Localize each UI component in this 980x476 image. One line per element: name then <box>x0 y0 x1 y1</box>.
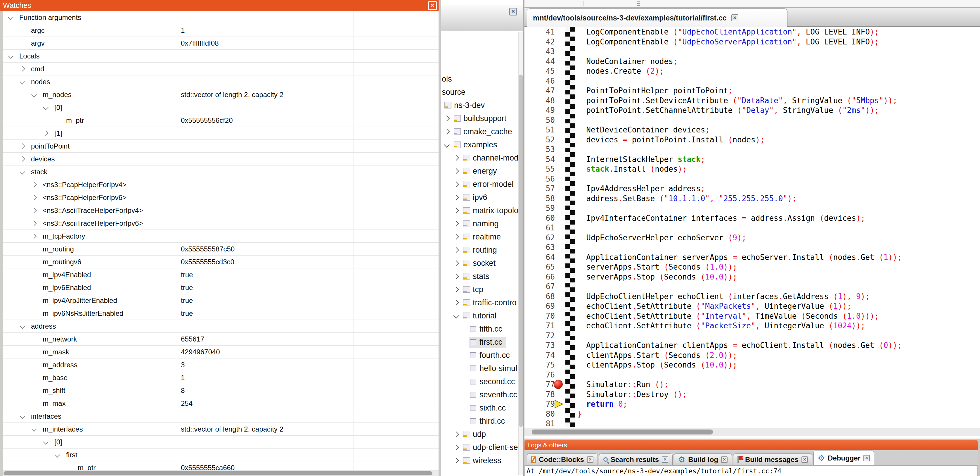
line-number[interactable]: 48 <box>525 96 555 105</box>
watch-row[interactable]: m_max254 <box>3 397 439 410</box>
chevron-right-icon[interactable] <box>43 130 48 136</box>
code-line[interactable]: 58 address.SetBase ("10.1.1.0", "255.255… <box>525 193 980 203</box>
code-line[interactable]: 56 <box>525 174 980 184</box>
line-number[interactable]: 45 <box>525 66 555 76</box>
chevron-right-icon[interactable] <box>453 260 459 266</box>
tree-item-third-cc[interactable]: third.cc <box>470 415 505 428</box>
watch-row[interactable]: <ns3::AsciiTraceHelperForIpv4> <box>3 204 439 217</box>
scrollbar-thumb[interactable] <box>532 430 713 434</box>
watch-row[interactable]: devices <box>3 153 439 166</box>
watches-titlebar[interactable]: Watches ✕ <box>0 0 439 11</box>
chevron-right-icon[interactable] <box>444 129 450 134</box>
chevron-right-icon[interactable] <box>453 155 459 161</box>
tree-item-ols[interactable]: ols <box>442 72 452 85</box>
line-number[interactable]: 64 <box>525 252 555 262</box>
logs-titlebar[interactable]: Logs & others <box>525 440 978 450</box>
watch-row[interactable]: nodes <box>3 75 439 88</box>
line-number[interactable]: 65 <box>525 262 555 272</box>
watches-horizontal-scrollbar[interactable] <box>3 470 439 476</box>
line-number[interactable]: 42 <box>525 37 555 47</box>
log-tab-debugger[interactable]: ⚙Debugger✕ <box>813 450 874 465</box>
chevron-down-icon[interactable] <box>19 414 25 419</box>
close-icon[interactable]: ✕ <box>509 8 517 16</box>
code-line[interactable]: 60 Ipv4InterfaceContainer interfaces = a… <box>525 213 980 223</box>
watch-row[interactable]: m_interfacesstd::vector of length 2, cap… <box>3 423 439 436</box>
code-line[interactable]: 59 <box>525 203 980 213</box>
watch-row[interactable]: [1] <box>3 127 439 140</box>
line-number[interactable]: 51 <box>525 125 555 135</box>
chevron-right-icon[interactable] <box>453 431 459 437</box>
log-tab-build-log[interactable]: ⚙Build log✕ <box>674 454 732 465</box>
chevron-right-icon[interactable] <box>453 300 459 305</box>
watch-row[interactable]: m_base1 <box>3 371 439 384</box>
code-line[interactable]: 67 <box>525 281 980 292</box>
code-line[interactable]: 53 <box>525 144 980 154</box>
code-line[interactable]: 46 <box>525 76 980 86</box>
watch-row[interactable]: m_ipv4ArpJitterEnabledtrue <box>3 294 439 307</box>
log-tab-search-results[interactable]: Search results✕ <box>599 454 673 465</box>
line-number[interactable]: 63 <box>525 243 555 252</box>
line-number[interactable]: 80 <box>525 409 555 419</box>
chevron-down-icon[interactable] <box>55 452 60 457</box>
line-number[interactable]: 71 <box>525 321 555 331</box>
watch-row[interactable]: <ns3::AsciiTraceHelperForIpv6> <box>3 217 439 230</box>
tree-item-traffic-contro[interactable]: traffic-contro <box>454 296 517 309</box>
code-line[interactable]: 63 <box>525 243 980 252</box>
chevron-down-icon[interactable] <box>31 426 37 431</box>
line-number[interactable]: 69 <box>525 301 555 311</box>
line-number[interactable]: 74 <box>525 350 555 360</box>
chevron-down-icon[interactable] <box>31 92 37 97</box>
tree-item-tcp[interactable]: tcp <box>454 283 483 296</box>
breakpoint-icon[interactable] <box>554 380 563 389</box>
chevron-right-icon[interactable] <box>31 195 37 200</box>
tree-item-matrix-topolo[interactable]: matrix-topolo <box>454 204 518 217</box>
code-line[interactable]: 69 echoClient.SetAttribute ("MaxPackets"… <box>525 301 980 311</box>
close-icon[interactable]: ✕ <box>662 457 668 463</box>
tree-item-udp[interactable]: udp <box>454 428 486 441</box>
scrollbar-thumb[interactable] <box>3 471 433 475</box>
code-line[interactable]: 51 NetDeviceContainer devices; <box>525 125 980 135</box>
watch-row[interactable]: m_ipv4Enabledtrue <box>3 268 439 281</box>
line-number[interactable]: 44 <box>525 56 555 66</box>
code-line[interactable]: 45 nodes.Create (2); <box>525 66 980 76</box>
watch-row[interactable]: <ns3::PcapHelperForIpv6> <box>3 191 439 204</box>
line-number[interactable]: 77 <box>525 380 555 390</box>
line-number[interactable]: 75 <box>525 360 555 370</box>
chevron-right-icon[interactable] <box>31 182 37 187</box>
chevron-right-icon[interactable] <box>453 273 459 279</box>
code-line[interactable]: 75 clientApps.Stop (Seconds (10.0)); <box>525 360 980 370</box>
line-number[interactable]: 55 <box>525 164 555 174</box>
watch-row[interactable]: m_ipv6NsRsJitterEnabledtrue <box>3 307 439 320</box>
code-line[interactable]: 57 Ipv4AddressHelper address; <box>525 184 980 193</box>
tree-item-socket[interactable]: socket <box>454 257 496 270</box>
chevron-right-icon[interactable] <box>453 181 459 187</box>
code-line[interactable]: 64 ApplicationContainer serverApps = ech… <box>525 252 980 262</box>
chevron-right-icon[interactable] <box>31 208 37 213</box>
code-line[interactable]: 71 echoClient.SetAttribute ("PacketSize"… <box>525 321 980 331</box>
tree-item-energy[interactable]: energy <box>454 165 497 177</box>
tree-item-fifth-cc[interactable]: fifth.cc <box>470 323 502 335</box>
close-icon[interactable]: ✕ <box>802 457 808 463</box>
tree-item-channel-mod[interactable]: channel-mod <box>454 152 518 165</box>
line-number[interactable]: 68 <box>525 292 555 302</box>
code-line[interactable]: 76 <box>525 370 980 380</box>
close-icon[interactable]: ✕ <box>721 457 727 463</box>
code-line[interactable]: 72 <box>525 331 980 341</box>
tree-vertical-scrollbar[interactable] <box>518 32 523 475</box>
line-number[interactable]: 59 <box>525 203 555 213</box>
code-line[interactable]: 48 pointToPoint.SetDeviceAttribute ("Dat… <box>525 96 980 105</box>
watch-row[interactable]: m_routingv60x5555555cd3c0 <box>3 256 439 268</box>
tree-item-wireless[interactable]: wireless <box>454 454 501 467</box>
tree-item-tutorial[interactable]: tutorial <box>454 309 496 322</box>
close-icon[interactable]: ✕ <box>864 455 870 462</box>
tree-item-hello-simul[interactable]: hello-simul <box>470 362 517 375</box>
tree-item-routing[interactable]: routing <box>454 244 497 256</box>
line-number[interactable]: 66 <box>525 272 555 282</box>
watch-row[interactable]: argc1 <box>3 24 439 37</box>
scrollbar-thumb[interactable] <box>519 75 523 427</box>
line-number[interactable]: 52 <box>525 135 555 145</box>
close-icon[interactable]: ✕ <box>428 1 437 10</box>
watch-row[interactable]: <ns3::PcapHelperForIpv4> <box>3 178 439 191</box>
chevron-down-icon[interactable] <box>8 53 13 59</box>
code-line[interactable]: 74 clientApps.Start (Seconds (2.0)); <box>525 350 980 360</box>
